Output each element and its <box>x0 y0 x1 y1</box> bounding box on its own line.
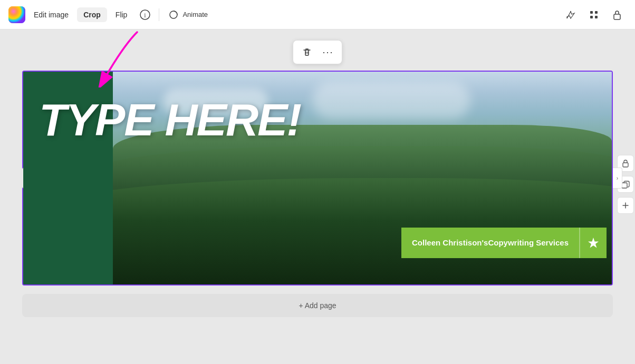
magic-tool-button[interactable] <box>561 5 580 24</box>
headline-text: TYPE HERE! <box>39 97 301 142</box>
brand-badge: Colleen Christison's Copywriting Service… <box>401 228 607 258</box>
info-button[interactable]: i <box>136 5 155 24</box>
design-card[interactable]: TYPE HERE! Colleen Christison's Copywrit… <box>22 71 613 286</box>
more-options-button[interactable]: ··· <box>320 44 336 61</box>
svg-rect-9 <box>614 14 620 19</box>
svg-rect-6 <box>595 11 598 14</box>
divider <box>159 8 159 21</box>
svg-rect-8 <box>595 16 598 18</box>
svg-rect-7 <box>590 16 593 18</box>
svg-point-4 <box>570 11 571 12</box>
right-edge-btn[interactable]: › <box>613 168 622 189</box>
svg-text:i: i <box>145 12 147 19</box>
brand-badge-text: Colleen Christison's Copywriting Service… <box>401 228 579 258</box>
design-card-wrapper: TYPE HERE! Colleen Christison's Copywrit… <box>22 71 613 286</box>
edit-image-button[interactable]: Edit image <box>27 7 75 22</box>
add-page-bar[interactable]: + Add page <box>22 294 613 317</box>
brand-name-line2: Copywriting Services <box>488 238 569 248</box>
svg-rect-13 <box>622 183 627 188</box>
add-element-button[interactable] <box>617 197 634 214</box>
grid-tool-button[interactable] <box>584 5 603 24</box>
svg-rect-0 <box>8 6 25 23</box>
animate-button[interactable]: Animate <box>163 5 213 24</box>
flip-button[interactable]: Flip <box>109 7 134 22</box>
lock-button[interactable] <box>608 5 627 24</box>
canva-logo[interactable] <box>8 6 25 23</box>
brand-name-line1: Colleen Christison's <box>412 238 488 248</box>
svg-rect-5 <box>590 11 593 14</box>
brand-badge-icon <box>579 228 607 258</box>
delete-button[interactable] <box>299 44 315 61</box>
crop-button[interactable]: Crop <box>77 7 107 22</box>
canvas-area: ··· TYPE HERE! <box>0 29 635 364</box>
floating-toolbar: ··· <box>293 40 342 64</box>
topbar: Edit image Crop Flip i Animate <box>0 0 635 29</box>
animate-label: Animate <box>182 11 208 18</box>
add-page-label: + Add page <box>299 301 336 310</box>
topbar-right <box>561 5 627 24</box>
svg-rect-12 <box>623 163 628 167</box>
